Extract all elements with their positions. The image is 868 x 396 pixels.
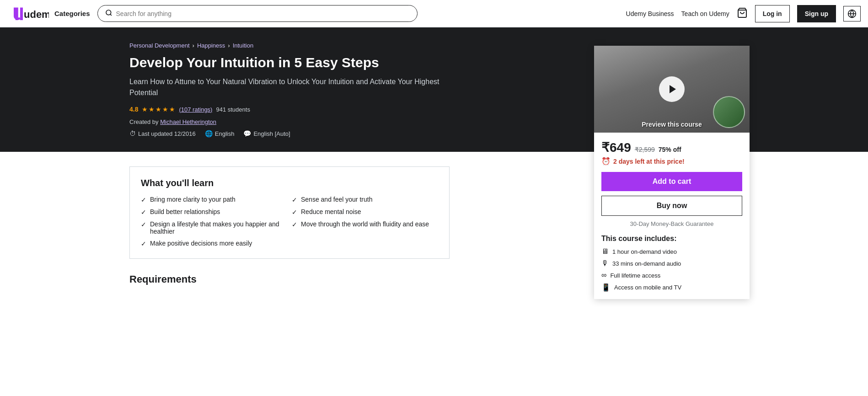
svg-marker-6 (670, 85, 676, 93)
course-subtitle: Learn How to Attune to Your Natural Vibr… (129, 76, 450, 98)
learn-item-text-1: Bring more clarity to your path (150, 196, 236, 203)
globe-small-icon: 🌐 (205, 130, 213, 137)
add-to-cart-button[interactable]: Add to cart (601, 172, 742, 191)
hero-card-spacer (450, 42, 605, 137)
learn-item-3: ✓ Design a lifestyle that makes you happ… (141, 220, 287, 235)
microphone-icon: 🎙 (601, 259, 609, 268)
learn-item-text-4: Make positive decisions more easily (150, 240, 252, 247)
buy-now-button[interactable]: Buy now (601, 196, 742, 216)
money-back-guarantee: 30-Day Money-Back Guarantee (601, 220, 742, 227)
learn-title: What you'll learn (141, 178, 438, 188)
breadcrumb-personal-development[interactable]: Personal Development (129, 42, 190, 49)
navbar: udemy Categories Udemy Business Teach on… (0, 0, 868, 27)
main-left: What you'll learn ✓ Bring more clarity t… (129, 166, 450, 293)
course-preview-video[interactable]: Preview this course (594, 46, 750, 133)
includes-lifetime-text: Full lifetime access (610, 272, 660, 279)
star-5: ★ (169, 106, 175, 113)
includes-audio-text: 33 mins on-demand audio (612, 260, 681, 267)
play-button[interactable] (659, 76, 685, 102)
learn-item-text-5: Sense and feel your truth (301, 196, 372, 203)
breadcrumb-intuition[interactable]: Intuition (233, 42, 254, 49)
navbar-right: Udemy Business Teach on Udemy Log in Sig… (626, 5, 861, 22)
learn-section: What you'll learn ✓ Bring more clarity t… (129, 166, 450, 259)
checkmark-icon-7: ✓ (292, 221, 297, 228)
checkmark-icon-4: ✓ (141, 240, 146, 247)
login-button[interactable]: Log in (755, 5, 790, 22)
star-3: ★ (155, 106, 161, 113)
checkmark-icon-2: ✓ (141, 209, 146, 216)
logo[interactable]: udemy (7, 6, 49, 21)
star-2: ★ (149, 106, 155, 113)
star-rating: ★ ★ ★ ★ ★ (142, 106, 175, 113)
rating-score: 4.8 (129, 106, 138, 113)
learn-item-6: ✓ Reduce mental noise (292, 208, 438, 216)
includes-mobile-text: Access on mobile and TV (614, 284, 681, 291)
search-input[interactable] (116, 10, 410, 17)
learn-item-7: ✓ Move through the world with fluidity a… (292, 220, 438, 235)
urgency-text: 2 days left at this price! (613, 158, 685, 165)
search-icon (105, 9, 113, 18)
learn-item-text-2: Build better relationships (150, 208, 220, 215)
phone-icon: 📱 (601, 283, 611, 292)
preview-label: Preview this course (594, 121, 750, 128)
breadcrumb-sep-2: › (228, 42, 230, 49)
hero-content: Personal Development › Happiness › Intui… (129, 42, 450, 137)
star-4: ★ (162, 106, 168, 113)
captions-text: English [Auto] (253, 130, 290, 137)
price-row: ₹649 ₹2,599 75% off (601, 140, 742, 155)
course-card: Preview this course ₹649 ₹2,599 75% off … (594, 46, 750, 299)
globe-icon (847, 9, 857, 18)
includes-list: 🖥 1 hour on-demand video 🎙 33 mins on-de… (601, 247, 742, 292)
includes-item-video: 🖥 1 hour on-demand video (601, 247, 742, 256)
last-updated-text: Last updated 12/2016 (138, 130, 196, 137)
includes-item-audio: 🎙 33 mins on-demand audio (601, 259, 742, 268)
language-text: English (215, 130, 235, 137)
breadcrumb-sep-1: › (193, 42, 194, 49)
teach-on-udemy-link[interactable]: Teach on Udemy (681, 10, 729, 17)
cart-button[interactable] (737, 7, 748, 20)
checkmark-icon-5: ✓ (292, 196, 297, 203)
svg-line-2 (110, 14, 112, 16)
learn-item-text-3: Design a lifestyle that makes you happie… (150, 220, 287, 235)
checkmark-icon-3: ✓ (141, 221, 146, 228)
rating-count[interactable]: (107 ratings) (179, 106, 212, 113)
includes-video-text: 1 hour on-demand video (612, 248, 677, 255)
course-title: Develop Your Intuition in 5 Easy Steps (129, 54, 450, 71)
course-rating: 4.8 ★ ★ ★ ★ ★ (107 ratings) 941 students (129, 106, 450, 113)
video-screen-icon: 🖥 (601, 247, 609, 256)
learn-item-2: ✓ Build better relationships (141, 208, 287, 216)
star-1: ★ (142, 106, 148, 113)
video-thumbnail: Preview this course (594, 46, 750, 133)
svg-point-1 (106, 10, 111, 15)
learn-item-4: ✓ Make positive decisions more easily (141, 240, 287, 247)
course-author: Created by Michael Hetherington (129, 118, 450, 125)
learn-grid: ✓ Bring more clarity to your path ✓ Sens… (141, 196, 438, 247)
urgency-notice: ⏰ 2 days left at this price! (601, 157, 742, 166)
learn-item-1: ✓ Bring more clarity to your path (141, 196, 287, 203)
course-includes: This course includes: 🖥 1 hour on-demand… (601, 235, 742, 292)
alarm-icon: ⏰ (601, 157, 611, 166)
search-bar[interactable] (97, 5, 418, 22)
author-link[interactable]: Michael Hetherington (160, 118, 216, 125)
language-button[interactable] (843, 6, 861, 21)
svg-text:udemy: udemy (24, 9, 49, 20)
includes-item-lifetime: ∞ Full lifetime access (601, 271, 742, 279)
includes-item-mobile: 📱 Access on mobile and TV (601, 283, 742, 292)
checkmark-icon-1: ✓ (141, 196, 146, 203)
signup-button[interactable]: Sign up (797, 5, 836, 22)
current-price: ₹649 (601, 140, 631, 155)
udemy-business-link[interactable]: Udemy Business (626, 10, 674, 17)
student-count: 941 students (216, 106, 250, 113)
last-updated: ⏱ Last updated 12/2016 (129, 130, 196, 137)
created-by-label: Created by (129, 118, 159, 125)
categories-button[interactable]: Categories (54, 10, 90, 17)
includes-title: This course includes: (601, 235, 742, 243)
requirements-section: Requirements (129, 273, 450, 285)
infinity-icon: ∞ (601, 271, 606, 279)
course-card-body: ₹649 ₹2,599 75% off ⏰ 2 days left at thi… (594, 133, 750, 299)
learn-item-text-7: Move through the world with fluidity and… (301, 220, 429, 228)
language: 🌐 English (205, 130, 235, 137)
course-meta: ⏱ Last updated 12/2016 🌐 English 💬 Engli… (129, 130, 450, 137)
breadcrumb-happiness[interactable]: Happiness (197, 42, 225, 49)
play-icon (667, 84, 678, 95)
